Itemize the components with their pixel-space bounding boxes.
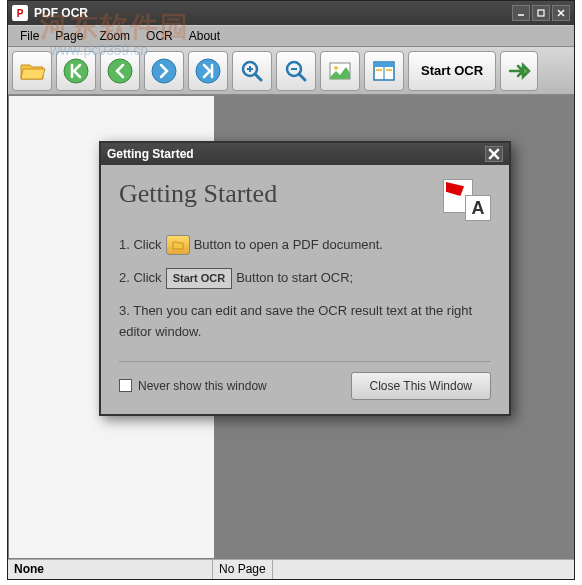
step-1-post: Button to open a PDF document. [194,235,383,256]
getting-started-dialog: Getting Started Getting Started A 1. Cli… [99,141,511,416]
last-page-button[interactable] [188,51,228,91]
close-button[interactable] [552,5,570,21]
status-right: No Page [213,560,273,579]
menu-zoom[interactable]: Zoom [91,27,138,45]
step-2: 2. Click Start OCR Button to start OCR; [119,268,491,290]
status-left: None [8,560,213,579]
svg-point-5 [108,59,132,83]
prev-page-icon [106,57,134,85]
svg-rect-21 [386,69,392,71]
step-2-pre: 2. Click [119,268,162,289]
first-page-button[interactable] [56,51,96,91]
zoom-out-icon [282,57,310,85]
menu-about[interactable]: About [181,27,228,45]
step-3: 3. Then you can edit and save the OCR re… [119,301,491,343]
svg-point-16 [334,66,338,70]
zoom-out-button[interactable] [276,51,316,91]
dialog-logo: A [443,179,491,221]
step-2-post: Button to start OCR; [236,268,353,289]
menu-ocr[interactable]: OCR [138,27,181,45]
first-page-icon [62,57,90,85]
titlebar: P PDF OCR [8,1,574,25]
dialog-titlebar: Getting Started [101,143,509,165]
dialog-body: Getting Started A 1. Click Button to ope… [101,165,509,414]
open-file-button[interactable] [12,51,52,91]
minimize-button[interactable] [512,5,530,21]
toolbar: Start OCR [8,47,574,95]
dialog-heading: Getting Started [119,179,443,209]
inline-open-icon [166,235,190,255]
prev-page-button[interactable] [100,51,140,91]
layout-icon [370,57,398,85]
folder-open-icon [18,57,46,85]
app-title: PDF OCR [34,6,512,20]
letter-icon: A [465,195,491,221]
dialog-close-button[interactable] [485,146,503,162]
dialog-title: Getting Started [107,147,485,161]
never-show-label: Never show this window [138,379,267,393]
zoom-in-button[interactable] [232,51,272,91]
image-button[interactable] [320,51,360,91]
window-controls [512,5,570,21]
next-page-icon [150,57,178,85]
next-page-button[interactable] [144,51,184,91]
svg-rect-20 [376,69,382,71]
arrow-right-icon [505,57,533,85]
svg-rect-18 [374,62,394,67]
menu-page[interactable]: Page [47,27,91,45]
menu-file[interactable]: File [12,27,47,45]
checkbox-icon [119,379,132,392]
svg-rect-1 [538,10,544,16]
svg-line-9 [255,74,261,80]
menubar: File Page Zoom OCR About [8,25,574,47]
svg-point-7 [196,59,220,83]
zoom-in-icon [238,57,266,85]
svg-point-4 [64,59,88,83]
inline-start-ocr: Start OCR [166,268,233,290]
step-1-pre: 1. Click [119,235,162,256]
start-ocr-button[interactable]: Start OCR [408,51,496,91]
never-show-checkbox[interactable]: Never show this window [119,379,267,393]
last-page-icon [194,57,222,85]
statusbar: None No Page [8,559,574,579]
image-icon [326,57,354,85]
app-icon: P [12,5,28,21]
layout-button[interactable] [364,51,404,91]
go-button[interactable] [500,51,538,91]
svg-line-13 [299,74,305,80]
maximize-button[interactable] [532,5,550,21]
svg-point-6 [152,59,176,83]
close-window-button[interactable]: Close This Window [351,372,491,400]
dialog-footer: Never show this window Close This Window [119,361,491,400]
step-1: 1. Click Button to open a PDF document. [119,235,491,256]
